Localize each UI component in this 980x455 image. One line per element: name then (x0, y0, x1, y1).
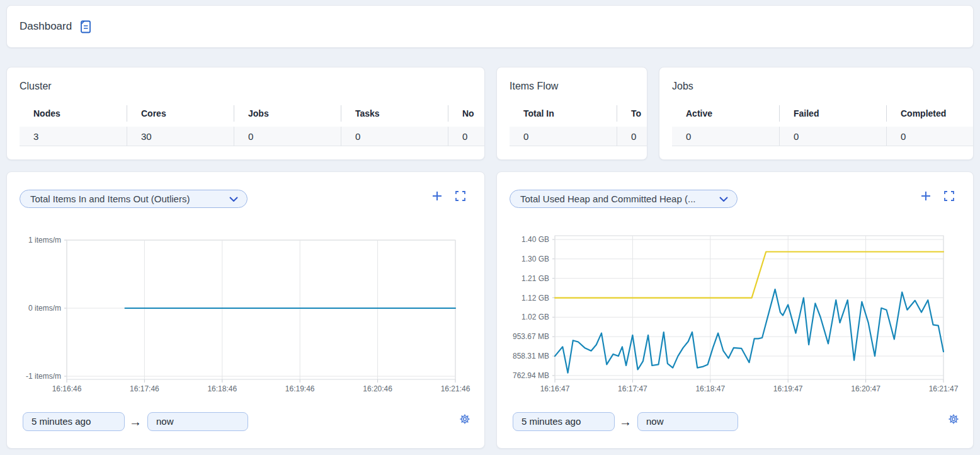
add-chart-icon[interactable] (921, 191, 931, 201)
column-header: Tasks (341, 105, 448, 122)
column-header: Cores (127, 105, 234, 122)
column-header: Active (672, 105, 779, 122)
stat-value: 0 (617, 127, 647, 146)
stat-value: 0 (234, 127, 341, 146)
items-flow-card: Items Flow Total InTo 00 (496, 67, 647, 160)
column-header: To (617, 105, 647, 122)
svg-text:16:16:46: 16:16:46 (52, 384, 82, 393)
metric-select-label: Total Items In and Items Out (Outliers) (30, 193, 190, 204)
svg-text:1.12 GB: 1.12 GB (521, 294, 549, 302)
stat-value: 0 (672, 127, 779, 146)
stat-value: 0 (341, 127, 448, 146)
stat-value: 0 (510, 127, 617, 146)
stat-value: 30 (127, 127, 234, 146)
time-to-input[interactable]: now (637, 412, 738, 431)
add-chart-icon[interactable] (432, 191, 442, 201)
column-header: Total In (510, 105, 617, 122)
jobs-stats-table: ActiveFailedCompleted 000 (672, 105, 974, 146)
stat-value: 0 (448, 127, 485, 146)
svg-text:953.67 MB: 953.67 MB (513, 332, 549, 341)
table-header-row: ActiveFailedCompleted (672, 105, 974, 122)
arrow-right-icon: → (619, 415, 632, 429)
card-title: Cluster (20, 81, 52, 92)
svg-text:-1 items/m: -1 items/m (26, 372, 61, 381)
chevron-down-icon (229, 197, 238, 202)
svg-text:858.31 MB: 858.31 MB (513, 352, 549, 360)
column-header: Nodes (20, 105, 127, 122)
column-header: Failed (779, 105, 886, 122)
svg-text:16:17:47: 16:17:47 (618, 384, 647, 393)
items-chart-card: Total Items In and Items Out (Outliers) … (6, 171, 485, 449)
svg-text:1.21 GB: 1.21 GB (521, 274, 549, 283)
column-header: No (448, 105, 485, 122)
stat-value: 0 (779, 127, 886, 146)
expand-fullscreen-icon[interactable] (944, 191, 954, 201)
svg-text:0 items/m: 0 items/m (28, 304, 61, 313)
column-header: Jobs (234, 105, 341, 122)
metric-select-dropdown[interactable]: Total Used Heap and Committed Heap (... (510, 190, 738, 208)
page-header: Dashboard (6, 5, 974, 48)
table-row: 00 (510, 127, 647, 146)
time-range-controls: 5 minutes ago → now (23, 412, 248, 431)
heap-chart-card: Total Used Heap and Committed Heap (... … (496, 171, 974, 449)
svg-text:762.94 MB: 762.94 MB (513, 371, 549, 380)
table-row: 330000 (20, 127, 485, 146)
dashboard-page: Dashboard Cluster NodesCoresJobsTasksNo … (0, 0, 980, 455)
svg-text:1 items/m: 1 items/m (28, 236, 61, 245)
time-from-input[interactable]: 5 minutes ago (513, 412, 615, 431)
svg-text:16:21:46: 16:21:46 (441, 384, 470, 393)
svg-text:1.30 GB: 1.30 GB (521, 255, 549, 263)
expand-fullscreen-icon[interactable] (455, 191, 465, 201)
stat-value: 0 (886, 127, 974, 146)
page-title: Dashboard (20, 20, 72, 33)
stat-value: 3 (20, 127, 127, 146)
svg-text:16:16:47: 16:16:47 (540, 384, 570, 393)
metric-select-label: Total Used Heap and Committed Heap (... (520, 193, 695, 204)
table-header-row: Total InTo (510, 105, 647, 122)
chevron-down-icon (719, 197, 728, 202)
svg-text:1.02 GB: 1.02 GB (521, 313, 549, 321)
settings-gear-icon[interactable] (948, 413, 959, 425)
metric-select-dropdown[interactable]: Total Items In and Items Out (Outliers) (20, 190, 248, 208)
svg-text:16:18:46: 16:18:46 (207, 384, 237, 393)
time-to-input[interactable]: now (147, 412, 248, 431)
items-flow-chart[interactable]: 1 items/m0 items/m-1 items/m16:16:4616:1… (7, 231, 485, 401)
svg-text:16:19:47: 16:19:47 (773, 384, 803, 393)
svg-text:16:19:46: 16:19:46 (285, 384, 315, 393)
time-range-controls: 5 minutes ago → now (513, 412, 738, 431)
jobs-card: Jobs ActiveFailedCompleted 000 (659, 67, 974, 160)
svg-text:16:20:47: 16:20:47 (851, 384, 880, 393)
card-title: Items Flow (510, 81, 558, 92)
table-header-row: NodesCoresJobsTasksNo (20, 105, 485, 122)
cluster-stats-table: NodesCoresJobsTasksNo 330000 (20, 105, 485, 146)
card-title: Jobs (672, 81, 693, 92)
column-header: Completed (886, 105, 974, 122)
heap-usage-chart[interactable]: 1.40 GB1.30 GB1.21 GB1.12 GB1.02 GB953.6… (497, 231, 974, 401)
items-flow-stats-table: Total InTo 00 (510, 105, 647, 146)
document-icon[interactable] (80, 20, 92, 33)
svg-text:16:20:46: 16:20:46 (363, 384, 392, 393)
svg-text:16:21:47: 16:21:47 (929, 384, 959, 393)
svg-text:16:18:47: 16:18:47 (695, 384, 725, 393)
svg-text:1.40 GB: 1.40 GB (521, 235, 549, 244)
settings-gear-icon[interactable] (459, 413, 470, 425)
svg-text:16:17:46: 16:17:46 (130, 384, 159, 393)
cluster-card: Cluster NodesCoresJobsTasksNo 330000 (6, 67, 485, 160)
table-row: 000 (672, 127, 974, 146)
arrow-right-icon: → (129, 415, 142, 429)
time-from-input[interactable]: 5 minutes ago (23, 412, 125, 431)
